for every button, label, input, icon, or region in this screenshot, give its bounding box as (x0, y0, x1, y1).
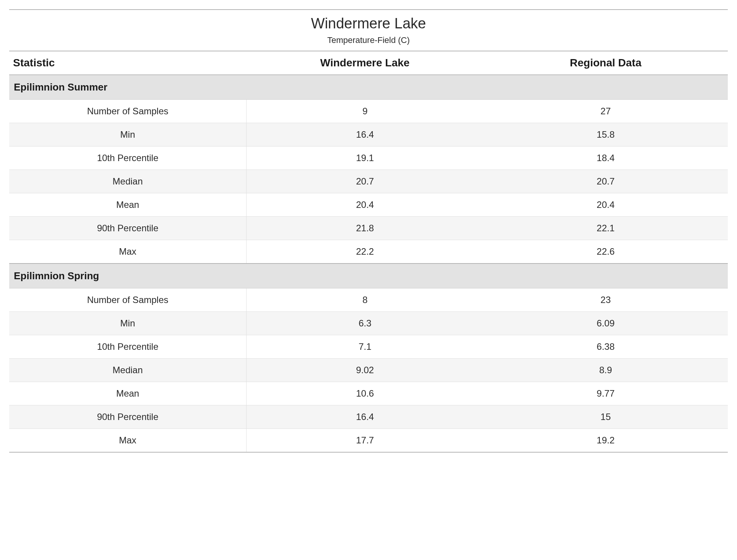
section-title: Epilimnion Summer (9, 75, 728, 100)
stat-name-cell: Min (9, 311, 246, 335)
col-header-statistic: Statistic (9, 51, 246, 75)
site-value-cell: 21.8 (246, 216, 483, 240)
region-value-cell: 19.2 (484, 428, 728, 452)
stat-name-cell: Number of Samples (9, 99, 246, 123)
section-header-row: Epilimnion Spring (9, 264, 728, 288)
table-title-block: Windermere Lake Temperature-Field (C) (9, 10, 728, 51)
col-header-site: Windermere Lake (246, 51, 483, 75)
table-row: Mean20.420.4 (9, 193, 728, 216)
stat-name-cell: Mean (9, 193, 246, 216)
stat-name-cell: 10th Percentile (9, 146, 246, 170)
table-row: Median20.720.7 (9, 170, 728, 193)
site-value-cell: 17.7 (246, 428, 483, 452)
table-row: Max17.719.2 (9, 428, 728, 452)
region-value-cell: 27 (484, 99, 728, 123)
site-value-cell: 20.7 (246, 170, 483, 193)
table-row: Median9.028.9 (9, 358, 728, 382)
site-value-cell: 8 (246, 288, 483, 311)
stat-name-cell: 10th Percentile (9, 335, 246, 358)
table-row: 10th Percentile19.118.4 (9, 146, 728, 170)
region-value-cell: 6.38 (484, 335, 728, 358)
stat-name-cell: Min (9, 123, 246, 146)
section-header-row: Epilimnion Summer (9, 75, 728, 100)
table-row: 90th Percentile21.822.1 (9, 216, 728, 240)
region-value-cell: 22.1 (484, 216, 728, 240)
table-row: Min6.36.09 (9, 311, 728, 335)
region-value-cell: 15.8 (484, 123, 728, 146)
table-row: Number of Samples823 (9, 288, 728, 311)
region-value-cell: 20.7 (484, 170, 728, 193)
table-body: Epilimnion SummerNumber of Samples927Min… (9, 75, 728, 452)
site-value-cell: 16.4 (246, 123, 483, 146)
site-value-cell: 9.02 (246, 358, 483, 382)
table-row: Max22.222.6 (9, 240, 728, 264)
stat-name-cell: Max (9, 428, 246, 452)
stat-name-cell: Median (9, 358, 246, 382)
stat-name-cell: Number of Samples (9, 288, 246, 311)
table-row: 10th Percentile7.16.38 (9, 335, 728, 358)
stat-name-cell: Median (9, 170, 246, 193)
site-value-cell: 22.2 (246, 240, 483, 264)
site-value-cell: 10.6 (246, 382, 483, 405)
table-row: 90th Percentile16.415 (9, 405, 728, 428)
region-value-cell: 22.6 (484, 240, 728, 264)
site-value-cell: 9 (246, 99, 483, 123)
stat-name-cell: 90th Percentile (9, 405, 246, 428)
region-value-cell: 6.09 (484, 311, 728, 335)
table-subtitle: Temperature-Field (C) (9, 35, 728, 45)
region-value-cell: 8.9 (484, 358, 728, 382)
site-value-cell: 19.1 (246, 146, 483, 170)
page-container: Windermere Lake Temperature-Field (C) St… (0, 0, 737, 468)
region-value-cell: 20.4 (484, 193, 728, 216)
table-row: Min16.415.8 (9, 123, 728, 146)
table-row: Number of Samples927 (9, 99, 728, 123)
table-title: Windermere Lake (9, 15, 728, 33)
stat-name-cell: Max (9, 240, 246, 264)
stat-name-cell: 90th Percentile (9, 216, 246, 240)
table-row: Mean10.69.77 (9, 382, 728, 405)
region-value-cell: 9.77 (484, 382, 728, 405)
site-value-cell: 16.4 (246, 405, 483, 428)
site-value-cell: 20.4 (246, 193, 483, 216)
region-value-cell: 23 (484, 288, 728, 311)
site-value-cell: 6.3 (246, 311, 483, 335)
section-title: Epilimnion Spring (9, 264, 728, 288)
stat-name-cell: Mean (9, 382, 246, 405)
site-value-cell: 7.1 (246, 335, 483, 358)
statistics-table: Statistic Windermere Lake Regional Data … (9, 51, 728, 453)
region-value-cell: 15 (484, 405, 728, 428)
column-header-row: Statistic Windermere Lake Regional Data (9, 51, 728, 75)
region-value-cell: 18.4 (484, 146, 728, 170)
col-header-region: Regional Data (484, 51, 728, 75)
